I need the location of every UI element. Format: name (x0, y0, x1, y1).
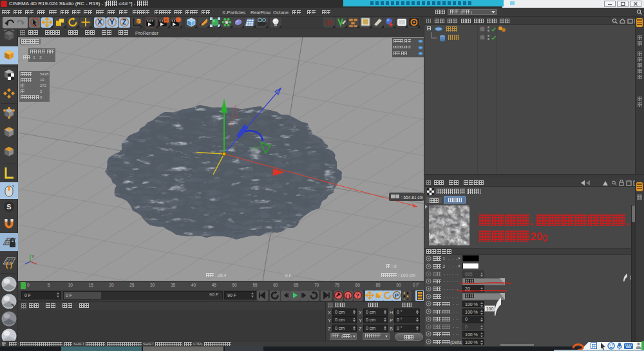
svg-text:( ): ( ) (6, 261, 13, 269)
svg-text:Y: Y (109, 18, 114, 26)
svg-text:S: S (6, 203, 11, 211)
svg-text:X: X (97, 18, 102, 26)
svg-text:( ): ( ) (345, 292, 350, 298)
svg-text:B: B (327, 17, 332, 27)
svg-text:P: P (395, 292, 399, 299)
svg-text:Y: Y (32, 254, 34, 258)
svg-text:: 654.81 cm: : 654.81 cm (401, 195, 423, 200)
svg-text:?: ? (355, 292, 359, 298)
svg-text:Z: Z (122, 18, 127, 26)
